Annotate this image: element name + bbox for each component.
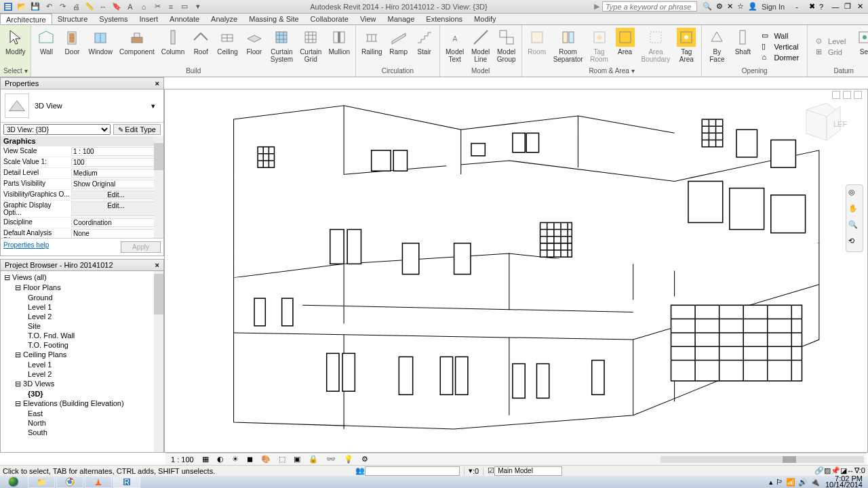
model-line-button[interactable]: Model Line [469,26,493,66]
crop-visible-icon[interactable]: ▣ [291,455,303,464]
tray-volume-icon[interactable]: 🔊 [798,478,808,487]
property-row[interactable]: Scale Value 1:100 [1,157,163,168]
tree-item[interactable]: ⊟ Floor Plans [2,283,162,293]
dimension-icon[interactable]: ↔ [98,1,108,12]
sun-path-icon[interactable]: ☀ [229,455,241,464]
worksets-dropdown[interactable] [365,466,460,476]
scale-control[interactable]: 1 : 100 [168,455,197,464]
floor-button[interactable]: Floor [242,26,267,66]
minimize-button[interactable]: — [830,2,841,12]
tab-insert[interactable]: Insert [134,14,165,24]
type-dropdown-icon[interactable]: ▾ [151,102,159,110]
temp-hide-icon[interactable]: 👓 [323,455,338,464]
maximize-button[interactable]: ❐ [842,2,853,12]
room-separator-button[interactable]: Room Separator [551,26,586,66]
redo-icon[interactable]: ↷ [57,1,68,12]
opening-wall-button[interactable]: ▭Wall [759,30,802,41]
save-icon[interactable]: 💾 [30,1,41,12]
model-text-button[interactable]: AModel Text [443,26,467,66]
task-revit[interactable]: R [113,476,140,488]
tree-item[interactable]: T.O. Footing [2,340,162,350]
tray-network-icon[interactable]: 📶 [786,478,795,487]
property-row[interactable]: Default Analysis Disp...None [1,228,163,238]
crop-icon[interactable]: ⬚ [276,455,288,464]
tab-analyze[interactable]: Analyze [205,14,243,24]
model-group-button[interactable]: Model Group [494,26,519,66]
subscription-icon[interactable]: ⚙ [716,2,723,11]
by-face-button[interactable]: By Face [705,26,729,66]
grid-button[interactable]: ⊞Grid [813,47,848,58]
tree-item[interactable]: T.O. Fnd. Wall [2,331,162,340]
tree-item[interactable]: Ground [2,293,162,302]
tree-item[interactable]: {3D} [2,389,162,399]
select-underlay-icon[interactable]: ▨ [824,466,831,475]
tray-up-icon[interactable]: ▴ [769,478,773,487]
component-button[interactable]: Component [117,26,157,66]
lock-icon[interactable]: 🔒 [306,455,321,464]
tab-annotate[interactable]: Annotate [164,14,205,24]
favorite-icon[interactable]: ☆ [737,2,744,11]
properties-scrollbar[interactable] [154,136,163,238]
browser-close-button[interactable]: × [155,261,159,269]
drag-icon[interactable]: ↔ [847,467,854,475]
browser-title-bar[interactable]: Project Browser - Hiro 20141012 × [0,259,164,271]
reveal-icon[interactable]: 💡 [341,455,356,464]
3d-icon[interactable]: ⌂ [138,1,149,12]
level-button[interactable]: ⊙Level [813,36,848,47]
tab-systems[interactable]: Systems [94,14,134,24]
print-icon[interactable]: 🖨 [71,1,81,12]
room-button[interactable]: Room [525,26,549,66]
rendering-icon[interactable]: 🎨 [258,455,273,464]
user-icon[interactable]: 👤 [748,2,757,11]
pan-icon[interactable]: ✋ [848,204,861,216]
sign-in-link[interactable]: Sign In [762,3,785,11]
thin-lines-icon[interactable]: ≡ [165,1,176,12]
tab-view[interactable]: View [355,14,382,24]
task-explorer[interactable]: 📁 [28,476,55,488]
app-menu-icon[interactable] [3,1,14,12]
visual-style-icon[interactable]: ◐ [214,455,226,464]
door-button[interactable]: Door [60,26,84,66]
wall-button[interactable]: Wall [34,26,58,66]
steering-wheel-icon[interactable]: ◎ [848,188,861,200]
set-button[interactable]: Set [852,26,868,66]
section-icon[interactable]: ✂ [152,1,163,12]
search-input[interactable] [602,1,697,12]
opening-dormer-button[interactable]: ⌂Dormer [759,52,802,63]
property-row[interactable]: Graphic Display Opti...Edit... [1,201,163,218]
start-button[interactable] [0,476,27,488]
tag-area-button[interactable]: Tag Area [674,26,698,66]
property-row[interactable]: Parts VisibilityShow Original [1,179,163,190]
tree-item[interactable]: Level 2 [2,369,162,379]
tree-item[interactable]: North [2,418,162,428]
property-row[interactable]: DisciplineCoordination [1,218,163,228]
text-icon[interactable]: A [125,1,136,12]
area-boundary-button[interactable]: Area Boundary [639,26,673,66]
curtain-system-button[interactable]: Curtain System [268,26,296,66]
tab-collaborate[interactable]: Collaborate [305,14,355,24]
tree-item[interactable]: Level 1 [2,360,162,369]
stair-button[interactable]: Stair [412,26,437,66]
tab-modify[interactable]: Modify [469,14,502,24]
tray-action-icon[interactable]: 🏳 [776,478,783,486]
curtain-grid-button[interactable]: Curtain Grid [297,26,324,66]
tag-room-button[interactable]: Tag Room [587,26,612,66]
graphics-header[interactable]: Graphics⌃ [1,136,163,146]
shadows-icon[interactable]: ◼ [244,455,256,464]
horizontal-scrollbar[interactable] [660,456,864,463]
properties-close-button[interactable]: × [155,79,159,87]
mullion-button[interactable]: Mullion [326,26,353,66]
browser-scrollbar[interactable] [154,271,163,452]
area-button[interactable]: Area [613,26,637,66]
instance-selector[interactable]: 3D View: {3D} [3,124,111,135]
main-model-dropdown[interactable]: Main Model [494,466,562,476]
tree-item[interactable]: South [2,428,162,437]
viewport-close-icon[interactable] [854,91,862,99]
shaft-button[interactable]: Shaft [730,26,755,66]
opening-vertical-button[interactable]: ▯Vertical [759,41,802,52]
window-button[interactable]: Window [85,26,115,66]
property-row[interactable]: Visibility/Graphics O...Edit... [1,190,163,201]
measure-icon[interactable]: 📏 [84,1,95,12]
ceiling-button[interactable]: Ceiling [214,26,241,66]
edit-type-button[interactable]: ✎ Edit Type [113,124,161,135]
